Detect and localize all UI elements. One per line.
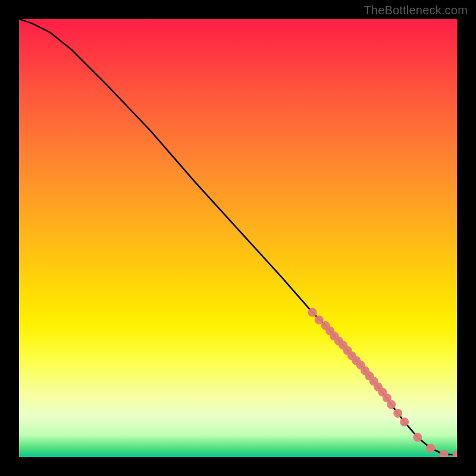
- plot-area: [19, 19, 457, 457]
- watermark-label: TheBottleneck.com: [364, 4, 468, 17]
- chart-frame: TheBottleneck.com: [0, 0, 476, 476]
- svg-point-23: [453, 450, 458, 457]
- svg-point-21: [426, 444, 435, 453]
- svg-point-18: [393, 409, 402, 418]
- svg-point-0: [308, 308, 317, 317]
- svg-point-22: [439, 450, 448, 457]
- svg-point-17: [387, 400, 396, 409]
- curve-line: [19, 19, 457, 455]
- svg-point-19: [400, 418, 409, 427]
- svg-point-20: [413, 433, 422, 441]
- marker-points: [308, 308, 457, 457]
